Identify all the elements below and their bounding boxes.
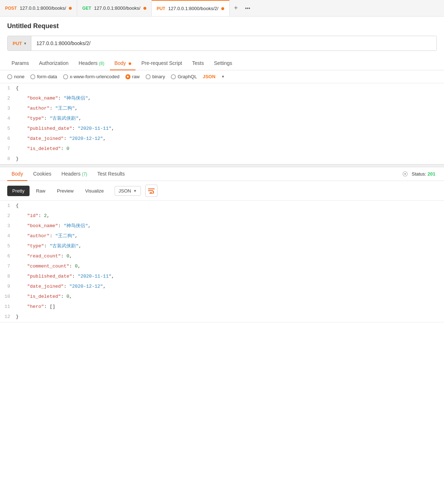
- line-content: "hero": []: [16, 302, 444, 312]
- line-content: "book_name": "神鸟侠侣",: [16, 221, 444, 231]
- radio-none-circle: [7, 74, 12, 79]
- tab-post-method: POST: [5, 6, 17, 11]
- tab-get-url: 127.0.0.1:8000/books/: [94, 5, 141, 11]
- line-content: "date_joined": "2020-12-12",: [16, 134, 444, 144]
- line-number: 6: [0, 251, 16, 261]
- line-content: "type": "古装武侠剧",: [16, 114, 444, 124]
- line-number: 5: [0, 124, 16, 134]
- tab-params[interactable]: Params: [7, 57, 33, 70]
- tab-get[interactable]: GET 127.0.0.1:8000/books/: [77, 0, 151, 16]
- body-dot-indicator: [129, 62, 131, 65]
- line-content: "comment_count": 0,: [16, 261, 444, 271]
- radio-raw-circle: [125, 74, 130, 79]
- tab-post-dot: [69, 7, 72, 10]
- json-format-label[interactable]: JSON: [203, 74, 215, 79]
- radio-urlencoded-circle: [63, 74, 68, 79]
- response-meta: ☉ Status: 201: [402, 170, 437, 178]
- line-number: 4: [0, 231, 16, 241]
- code-line: 9 "date_joined": "2020-12-12",: [0, 282, 444, 292]
- code-line: 2 "id": 2,: [0, 211, 444, 221]
- resp-visualize-tab[interactable]: Visualize: [80, 186, 109, 196]
- line-number: 2: [0, 93, 16, 103]
- status-code: 201: [427, 171, 435, 177]
- line-content: {: [16, 83, 444, 93]
- resp-raw-tab[interactable]: Raw: [31, 186, 50, 196]
- line-number: 1: [0, 201, 16, 211]
- line-number: 8: [0, 154, 16, 164]
- code-line: 4 "type": "古装武侠剧",: [0, 114, 444, 124]
- line-number: 1: [0, 83, 16, 93]
- method-select[interactable]: PUT ▾: [8, 36, 31, 50]
- section-divider: [0, 164, 444, 167]
- resp-tab-test-results[interactable]: Test Results: [93, 167, 129, 181]
- request-body-editor[interactable]: 1{2 "book_name": "神鸟侠侣",3 "author": "王二狗…: [0, 83, 444, 164]
- wrap-button[interactable]: [145, 185, 157, 197]
- line-number: 8: [0, 271, 16, 282]
- tab-put[interactable]: PUT 127.0.0.1:8000/books/2/: [152, 0, 230, 16]
- line-content: "date_joined": "2020-12-12",: [16, 282, 444, 292]
- code-line: 5 "type": "古装武侠剧",: [0, 241, 444, 251]
- tab-put-method: PUT: [157, 6, 165, 11]
- new-tab-button[interactable]: +: [230, 0, 242, 16]
- method-label: PUT: [13, 41, 22, 46]
- code-line: 3 "author": "王二狗",: [0, 103, 444, 114]
- json-chevron-icon: ▼: [221, 75, 225, 79]
- tab-authorization[interactable]: Authorization: [35, 57, 73, 70]
- line-number: 10: [0, 292, 16, 302]
- tabs-bar: POST 127.0.0.1:8000/books/ GET 127.0.0.1…: [0, 0, 444, 17]
- line-content: {: [16, 201, 444, 211]
- radio-urlencoded[interactable]: x-www-form-urlencoded: [63, 74, 120, 79]
- code-line: 6 "read_count": 0,: [0, 251, 444, 261]
- response-nav-tabs: Body Cookies Headers (7) Test Results ☉ …: [0, 167, 444, 181]
- line-content: }: [16, 312, 444, 322]
- method-chevron-icon: ▾: [24, 41, 26, 45]
- code-line: 7 "comment_count": 0,: [0, 261, 444, 271]
- response-section: Body Cookies Headers (7) Test Results ☉ …: [0, 167, 444, 322]
- url-bar: PUT ▾: [7, 36, 437, 51]
- resp-tab-headers[interactable]: Headers (7): [57, 167, 92, 181]
- body-type-row: none form-data x-www-form-urlencoded raw…: [0, 70, 444, 83]
- radio-raw[interactable]: raw: [125, 74, 140, 79]
- radio-binary[interactable]: binary: [146, 74, 165, 79]
- line-number: 2: [0, 211, 16, 221]
- globe-icon[interactable]: ☉: [402, 170, 408, 178]
- tab-body[interactable]: Body: [110, 57, 136, 70]
- line-number: 12: [0, 312, 16, 322]
- tab-put-dot: [221, 7, 224, 10]
- resp-tab-cookies[interactable]: Cookies: [29, 167, 56, 181]
- code-line: 6 "date_joined": "2020-12-12",: [0, 134, 444, 144]
- url-input[interactable]: [31, 40, 436, 46]
- code-line: 7 "is_deleted": 0: [0, 144, 444, 154]
- format-chevron-icon: ▼: [133, 189, 137, 193]
- line-content: "id": 2,: [16, 211, 444, 221]
- line-content: "book_name": "神鸟侠侣",: [16, 93, 444, 103]
- radio-graphql-circle: [171, 74, 176, 79]
- line-content: "published_date": "2020-11-11",: [16, 271, 444, 282]
- line-number: 6: [0, 134, 16, 144]
- tab-get-method: GET: [82, 6, 91, 11]
- tab-pre-request[interactable]: Pre-request Script: [137, 57, 186, 70]
- code-line: 5 "published_date": "2020-11-11",: [0, 124, 444, 134]
- tab-post[interactable]: POST 127.0.0.1:8000/books/: [0, 0, 77, 16]
- tab-get-dot: [143, 7, 146, 10]
- line-number: 11: [0, 302, 16, 312]
- tab-settings[interactable]: Settings: [210, 57, 237, 70]
- line-number: 3: [0, 221, 16, 231]
- tab-options-button[interactable]: •••: [242, 0, 253, 16]
- radio-form-data-circle: [30, 74, 35, 79]
- line-number: 4: [0, 114, 16, 124]
- resp-pretty-tab[interactable]: Pretty: [7, 186, 30, 196]
- radio-form-data[interactable]: form-data: [30, 74, 57, 79]
- resp-preview-tab[interactable]: Preview: [52, 186, 79, 196]
- tab-post-url: 127.0.0.1:8000/books/: [20, 5, 66, 11]
- radio-none[interactable]: none: [7, 74, 25, 79]
- tab-headers[interactable]: Headers (8): [74, 57, 108, 70]
- line-content: "type": "古装武侠剧",: [16, 241, 444, 251]
- line-number: 7: [0, 144, 16, 154]
- tab-tests[interactable]: Tests: [188, 57, 208, 70]
- radio-graphql[interactable]: GraphQL: [171, 74, 197, 79]
- code-line: 3 "book_name": "神鸟侠侣",: [0, 221, 444, 231]
- resp-tab-body[interactable]: Body: [7, 167, 27, 181]
- line-number: 5: [0, 241, 16, 251]
- response-format-select[interactable]: JSON ▼: [115, 186, 141, 196]
